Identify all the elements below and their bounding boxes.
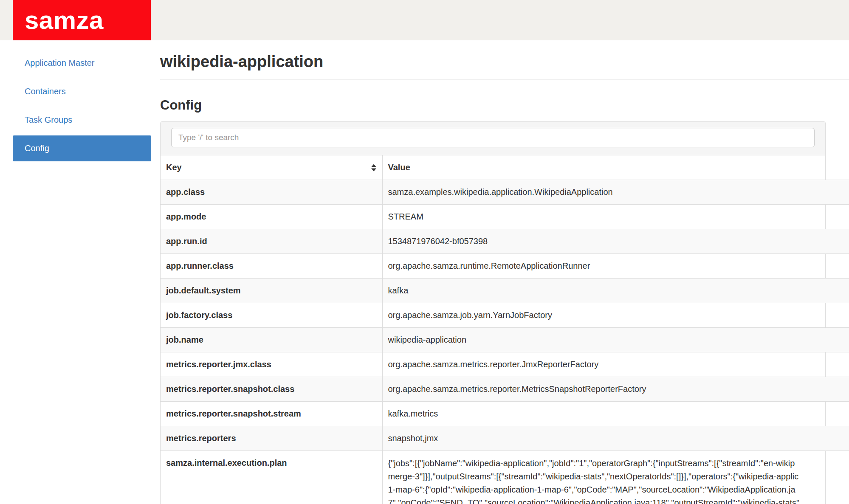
- value-cell: kafka: [382, 279, 849, 303]
- sidebar-item-label: Containers: [25, 87, 66, 96]
- config-table: Key Value app.class samza.examples.wikip…: [161, 155, 849, 504]
- execution-plan-line: 7","opCode":"SEND_TO","sourceLocation":"…: [388, 496, 849, 504]
- sidebar-item-label: Task Groups: [25, 115, 72, 125]
- sidebar-item-config[interactable]: Config: [13, 135, 151, 161]
- sort-icon[interactable]: [371, 164, 376, 171]
- table-row: metrics.reporter.snapshot.class org.apac…: [161, 377, 849, 402]
- table-row: metrics.reporter.jmx.class org.apache.sa…: [161, 352, 849, 377]
- execution-plan-line: merge-3"]}],"outputStreams":[{"streamId"…: [388, 470, 849, 483]
- key-cell: metrics.reporter.snapshot.class: [161, 377, 382, 402]
- top-navbar: samza: [0, 0, 849, 40]
- table-row: app.runner.class org.apache.samza.runtim…: [161, 254, 849, 279]
- key-cell: app.run.id: [161, 229, 382, 254]
- table-row: job.default.system kafka: [161, 279, 849, 303]
- table-row: metrics.reporter.snapshot.stream kafka.m…: [161, 402, 849, 426]
- value-cell: org.apache.samza.metrics.reporter.JmxRep…: [382, 352, 849, 377]
- brand-logo[interactable]: samza: [13, 0, 151, 40]
- key-cell: job.name: [161, 328, 382, 352]
- column-header-value[interactable]: Value: [382, 155, 849, 180]
- value-cell: samza.examples.wikipedia.application.Wik…: [382, 180, 849, 205]
- config-table-body: app.class samza.examples.wikipedia.appli…: [161, 180, 849, 504]
- sidebar-item-label: Application Master: [25, 58, 95, 68]
- key-cell: metrics.reporter.jmx.class: [161, 352, 382, 377]
- search-panel-heading: [161, 122, 825, 155]
- sidebar-item-containers[interactable]: Containers: [13, 79, 151, 104]
- table-row: samza.internal.execution.plan {"jobs":[{…: [161, 451, 849, 504]
- search-input[interactable]: [171, 128, 815, 147]
- key-cell: samza.internal.execution.plan: [161, 451, 382, 504]
- execution-plan-line: 1-map-6":{"opId":"wikipedia-application-…: [388, 483, 849, 496]
- config-panel: Key Value app.class samza.examples.wikip…: [160, 121, 826, 504]
- key-cell: metrics.reporter.snapshot.stream: [161, 402, 382, 426]
- execution-plan-line: {"jobs":[{"jobName":"wikipedia-applicati…: [388, 457, 849, 470]
- sidebar-item-task-groups[interactable]: Task Groups: [13, 107, 151, 133]
- sidebar: Application Master Containers Task Group…: [13, 50, 151, 164]
- value-cell: org.apache.samza.metrics.reporter.Metric…: [382, 377, 849, 402]
- key-cell: app.class: [161, 180, 382, 205]
- key-cell: job.default.system: [161, 279, 382, 303]
- main-content: wikipedia-application Config Key Va: [160, 40, 849, 504]
- key-cell: app.mode: [161, 205, 382, 229]
- table-row: app.mode STREAM: [161, 205, 849, 229]
- key-cell: job.factory.class: [161, 303, 382, 328]
- value-cell: 1534871976042-bf057398: [382, 229, 849, 254]
- key-cell: app.runner.class: [161, 254, 382, 279]
- config-section-heading: Config: [160, 98, 849, 113]
- table-row: app.run.id 1534871976042-bf057398: [161, 229, 849, 254]
- value-cell: kafka.metrics: [382, 402, 849, 426]
- page-title: wikipedia-application: [160, 53, 849, 80]
- sidebar-item-label: Config: [25, 144, 49, 153]
- column-header-key[interactable]: Key: [161, 155, 382, 180]
- table-row: job.name wikipedia-application: [161, 328, 849, 352]
- value-cell: snapshot,jmx: [382, 426, 849, 451]
- value-cell: org.apache.samza.runtime.RemoteApplicati…: [382, 254, 849, 279]
- value-cell: org.apache.samza.job.yarn.YarnJobFactory: [382, 303, 849, 328]
- table-header-row: Key Value: [161, 155, 849, 180]
- value-cell: {"jobs":[{"jobName":"wikipedia-applicati…: [382, 451, 849, 504]
- table-row: app.class samza.examples.wikipedia.appli…: [161, 180, 849, 205]
- sidebar-item-application-master[interactable]: Application Master: [13, 50, 151, 76]
- value-cell: STREAM: [382, 205, 849, 229]
- key-cell: metrics.reporters: [161, 426, 382, 451]
- value-cell: wikipedia-application: [382, 328, 849, 352]
- table-row: metrics.reporters snapshot,jmx: [161, 426, 849, 451]
- table-row: job.factory.class org.apache.samza.job.y…: [161, 303, 849, 328]
